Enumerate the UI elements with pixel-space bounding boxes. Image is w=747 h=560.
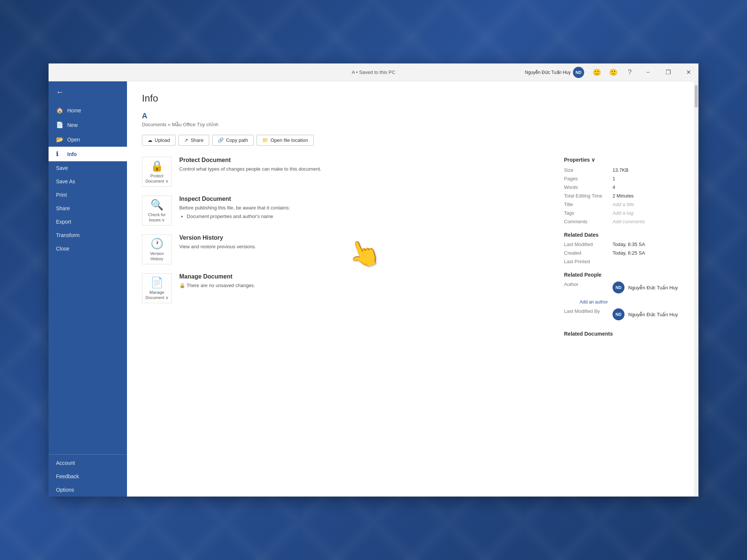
sidebar-feedback-label: Feedback [56, 473, 79, 479]
sidebar-item-export[interactable]: Export [49, 215, 127, 228]
check-issues-label: Check forIssues ∨ [148, 212, 165, 222]
sidebar-saveas-label: Save As [56, 178, 75, 184]
copy-path-label: Copy path [226, 137, 248, 143]
inspect-issues-list: Document properties and author's name [187, 214, 290, 219]
action-buttons-row: ☁ Upload ↗ Share 🔗 Copy path 📁 Open file… [142, 135, 684, 146]
sidebar-transform-label: Transform [56, 232, 80, 238]
document-title: A • Saved to this PC [352, 69, 396, 75]
copy-path-icon: 🔗 [218, 137, 224, 143]
prop-words: Words 4 [564, 184, 684, 190]
sidebar-item-transform[interactable]: Transform [49, 228, 127, 242]
upload-button[interactable]: ☁ Upload [142, 135, 176, 146]
sidebar-item-new[interactable]: 📄 New [49, 118, 127, 132]
version-history-label: VersionHistory [150, 251, 164, 261]
title-bar: A • Saved to this PC Nguyễn Đức Tuấn Huy… [49, 63, 698, 81]
prop-title-key: Title [564, 202, 613, 207]
chevron-icon: ∨ [591, 157, 595, 163]
version-description: View and restore previous versions. [179, 243, 256, 250]
document-path: Documents » Mẫu Office Tùy chỉnh [142, 122, 684, 127]
manage-document-text: Manage Document 🔒 There are no unsaved c… [179, 273, 255, 289]
sidebar-item-close[interactable]: Close [49, 242, 127, 255]
version-history-section: 🕐 VersionHistory Version History View an… [142, 234, 549, 264]
sidebar-print-label: Print [56, 192, 67, 198]
lock-icon: 🔒 [151, 160, 164, 172]
home-icon: 🏠 [56, 107, 63, 114]
prop-title-value[interactable]: Add a title [613, 202, 634, 207]
manage-label: ManageDocument ∨ [145, 290, 168, 300]
sidebar-item-options[interactable]: Options [49, 483, 127, 497]
prop-size-key: Size [564, 167, 613, 173]
main-content: Info A Documents » Mẫu Office Tùy chỉnh … [127, 81, 698, 497]
prop-tags: Tags Add a tag [564, 210, 684, 216]
protect-label: ProtectDocument ∨ [145, 174, 168, 183]
sidebar-options-label: Options [56, 487, 74, 493]
prop-editing-value: 2 Minutes [613, 193, 633, 199]
inspect-issue-item: Document properties and author's name [187, 214, 290, 219]
prop-comments: Comments Add comments [564, 219, 684, 224]
app-body: ← 🏠 Home 📄 New 📂 Open ℹ Info Save [49, 81, 698, 497]
prop-comments-value[interactable]: Add comments [613, 219, 645, 224]
related-documents-title: Related Documents [564, 331, 684, 337]
protect-document-text: Protect Document Control what types of c… [179, 157, 321, 172]
protect-document-button[interactable]: 🔒 ProtectDocument ∨ [142, 157, 172, 187]
sections-left: 🔒 ProtectDocument ∨ Protect Document Con… [142, 157, 549, 340]
title-bar-right: Nguyễn Đức Tuấn Huy ND 🙂 🙁 ? − ❐ ✕ [525, 63, 698, 81]
upload-icon: ☁ [148, 137, 152, 143]
copy-path-button[interactable]: 🔗 Copy path [212, 135, 254, 146]
check-issues-button[interactable]: 🔍 Check forIssues ∨ [142, 196, 172, 225]
author-label: Author [564, 281, 613, 296]
sidebar-item-saveas[interactable]: Save As [49, 175, 127, 188]
inspect-icon: 🔍 [151, 199, 164, 211]
prop-last-modified-value: Today, 6:35 SA [613, 242, 645, 247]
sidebar: ← 🏠 Home 📄 New 📂 Open ℹ Info Save [49, 81, 127, 497]
emoji-happy-button[interactable]: 🙂 [590, 66, 604, 79]
add-author-link[interactable]: Add an author [580, 299, 684, 305]
scrollbar-thumb[interactable] [695, 85, 698, 108]
prop-words-key: Words [564, 184, 613, 190]
last-modified-by-avatar: ND [613, 308, 624, 320]
sidebar-bottom: Account Feedback Options [49, 454, 127, 497]
share-label: Share [190, 137, 204, 143]
emoji-sad-button[interactable]: 🙁 [607, 66, 620, 79]
share-icon: ↗ [184, 137, 188, 143]
scrollbar-track[interactable] [694, 81, 698, 497]
sidebar-item-open[interactable]: 📂 Open [49, 132, 127, 147]
share-button[interactable]: ↗ Share [179, 135, 209, 146]
sidebar-spacer [49, 255, 127, 454]
inspect-title: Inspect Document [179, 196, 290, 202]
user-avatar[interactable]: ND [573, 67, 584, 78]
help-button[interactable]: ? [623, 66, 636, 79]
version-history-button[interactable]: 🕐 VersionHistory [142, 234, 172, 264]
protect-description: Control what types of changes people can… [179, 166, 321, 172]
sidebar-item-share[interactable]: Share [49, 202, 127, 215]
minimize-button[interactable]: − [639, 63, 657, 81]
sidebar-item-feedback[interactable]: Feedback [49, 470, 127, 483]
back-button[interactable]: ← [49, 81, 127, 103]
content-area: Info A Documents » Mẫu Office Tùy chỉnh … [127, 81, 698, 497]
prop-tags-value[interactable]: Add a tag [613, 210, 633, 216]
sidebar-item-home[interactable]: 🏠 Home [49, 103, 127, 118]
document-name: A [142, 112, 684, 120]
sidebar-item-save[interactable]: Save [49, 161, 127, 175]
prop-words-value: 4 [613, 184, 615, 190]
info-icon: ℹ [56, 150, 63, 158]
open-file-location-button[interactable]: 📁 Open file location [257, 135, 313, 146]
prop-created-value: Today, 6:25 SA [613, 250, 645, 256]
open-icon: 📂 [56, 136, 63, 143]
manage-document-button[interactable]: 📄 ManageDocument ∨ [142, 273, 172, 303]
sidebar-item-account[interactable]: Account [49, 456, 127, 470]
new-icon: 📄 [56, 121, 63, 128]
prop-last-printed: Last Printed [564, 259, 684, 264]
close-button[interactable]: ✕ [680, 63, 697, 81]
sidebar-item-info[interactable]: ℹ Info [49, 147, 127, 161]
user-info: Nguyễn Đức Tuấn Huy ND [525, 67, 584, 78]
page-title: Info [142, 93, 684, 104]
sidebar-share-label: Share [56, 205, 70, 211]
sidebar-item-print[interactable]: Print [49, 188, 127, 202]
open-location-icon: 📁 [262, 137, 268, 143]
restore-button[interactable]: ❐ [660, 63, 677, 81]
prop-created-key: Created [564, 250, 613, 256]
manage-document-section: 📄 ManageDocument ∨ Manage Document 🔒 The… [142, 273, 549, 303]
protect-document-section: 🔒 ProtectDocument ∨ Protect Document Con… [142, 157, 549, 187]
last-modified-by-row: Last Modified By ND Nguyễn Đức Tuấn Huy [564, 308, 684, 323]
